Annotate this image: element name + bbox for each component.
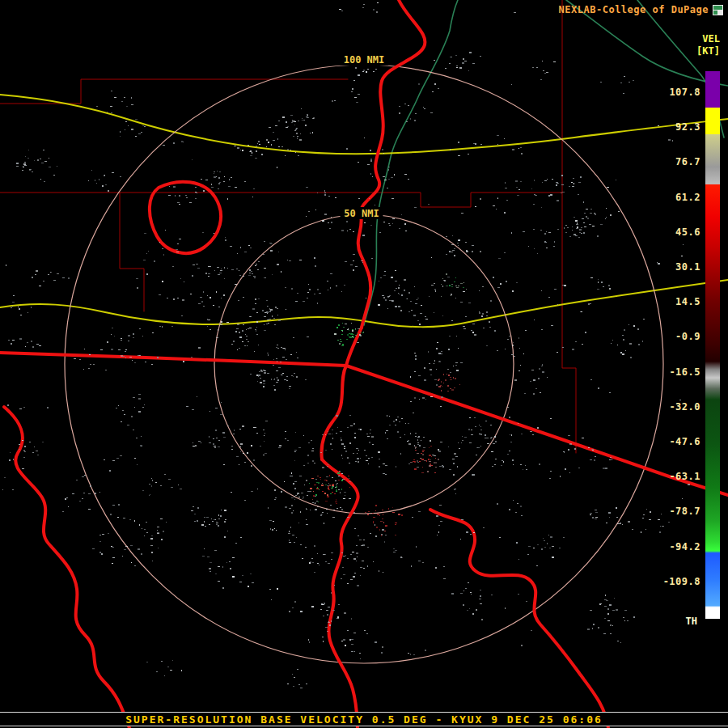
radar-return-dot (600, 224, 603, 225)
radar-return-dot (483, 328, 485, 328)
radar-return-dot (261, 154, 263, 155)
radar-return-dot (358, 461, 359, 463)
radar-return-dot (218, 514, 219, 516)
radar-return-dot (191, 357, 193, 358)
radar-return-dot (536, 565, 538, 566)
radar-return-dot (306, 524, 308, 525)
radar-return-dot (285, 349, 286, 350)
county-border-line (562, 0, 576, 453)
radar-return-dot (297, 136, 298, 137)
radar-return-dot (19, 308, 20, 310)
radar-return-dot (362, 561, 364, 561)
radar-return-dot (36, 451, 38, 451)
radar-return-dot (590, 610, 592, 611)
radar-return-dot (382, 646, 383, 648)
radar-return-dot (531, 630, 532, 631)
radar-return-dot (495, 459, 497, 459)
radar-return-dot (320, 477, 321, 478)
radar-return-dot (404, 434, 405, 435)
radar-return-dot (360, 658, 361, 659)
radar-return-dot (416, 546, 417, 548)
radar-return-dot (237, 147, 239, 149)
radar-return-dot (79, 501, 81, 502)
radar-return-dot (27, 342, 28, 343)
radar-return-dot (370, 225, 372, 226)
radar-return-dot (482, 313, 484, 315)
radar-return-dot (421, 305, 422, 306)
radar-return-dot (329, 624, 331, 626)
radar-return-dot (294, 460, 295, 461)
header: NEXLAB-College of DuPage (559, 4, 723, 15)
radar-return-dot (142, 407, 144, 408)
radar-return-dot (507, 407, 509, 408)
radar-return-dot (539, 368, 540, 370)
radar-return-dot (307, 491, 310, 492)
radar-return-dot (347, 583, 349, 584)
radar-return-dot (272, 529, 273, 531)
radar-return-dot (389, 225, 391, 226)
primary-road-line (358, 0, 425, 328)
radar-return-dot (284, 481, 285, 482)
radar-return-dot (189, 202, 192, 203)
radar-return-dot (562, 285, 564, 286)
radar-return-dot (338, 489, 340, 490)
radar-return-dot (343, 327, 345, 328)
radar-return-dot (277, 308, 278, 309)
radar-return-dot (590, 209, 592, 210)
radar-return-dot (204, 521, 205, 523)
radar-return-dot (682, 498, 683, 499)
radar-return-dot (421, 472, 424, 473)
radar-return-dot (382, 295, 384, 296)
radar-return-dot (193, 446, 195, 447)
radar-return-dot (493, 205, 495, 206)
radar-return-dot (347, 334, 348, 336)
radar-return-dot (332, 438, 333, 439)
radar-return-dot (301, 108, 302, 109)
radar-return-dot (340, 507, 341, 508)
radar-return-dot (440, 385, 442, 386)
radar-return-dot (322, 512, 324, 513)
radar-return-dot (551, 325, 553, 326)
radar-return-dot (246, 329, 247, 330)
radar-return-dot (395, 523, 397, 523)
radar-return-dot (458, 155, 460, 156)
primary-road-line (322, 366, 346, 459)
radar-return-dot (401, 418, 403, 419)
radar-return-dot (563, 451, 565, 452)
radar-return-dot (415, 303, 417, 304)
radar-return-dot (277, 588, 278, 590)
radar-return-dot (343, 479, 345, 480)
radar-return-dot (472, 251, 473, 252)
radar-return-dot (111, 334, 112, 335)
radar-return-dot (171, 326, 173, 327)
radar-return-dot (131, 416, 133, 417)
radar-return-dot (207, 319, 208, 320)
radar-return-dot (74, 358, 76, 359)
radar-return-dot (267, 320, 269, 320)
radar-return-dot (289, 388, 290, 389)
radar-return-dot (168, 479, 171, 480)
radar-return-dot (358, 429, 360, 430)
radar-return-dot (260, 378, 261, 379)
radar-return-dot (29, 442, 31, 442)
radar-return-dot (294, 450, 297, 451)
radar-return-dot (624, 329, 625, 331)
radar-return-dot (567, 227, 569, 228)
radar-return-dot (401, 214, 402, 215)
radar-return-dot (96, 183, 97, 184)
radar-return-dot (177, 202, 180, 203)
radar-return-dot (122, 356, 125, 357)
radar-return-dot (142, 528, 142, 529)
radar-return-dot (157, 532, 159, 533)
radar-return-dot (193, 506, 194, 507)
radar-return-dot (125, 349, 127, 350)
radar-return-dot (315, 494, 317, 496)
river-line (364, 0, 458, 325)
radar-return-dot (353, 512, 355, 514)
radar-return-dot (414, 397, 416, 399)
radar-return-dot (421, 453, 422, 454)
radar-return-dot (387, 297, 389, 298)
radar-return-dot (332, 489, 332, 489)
radar-return-dot (605, 218, 606, 219)
radar-return-dot (231, 269, 234, 270)
